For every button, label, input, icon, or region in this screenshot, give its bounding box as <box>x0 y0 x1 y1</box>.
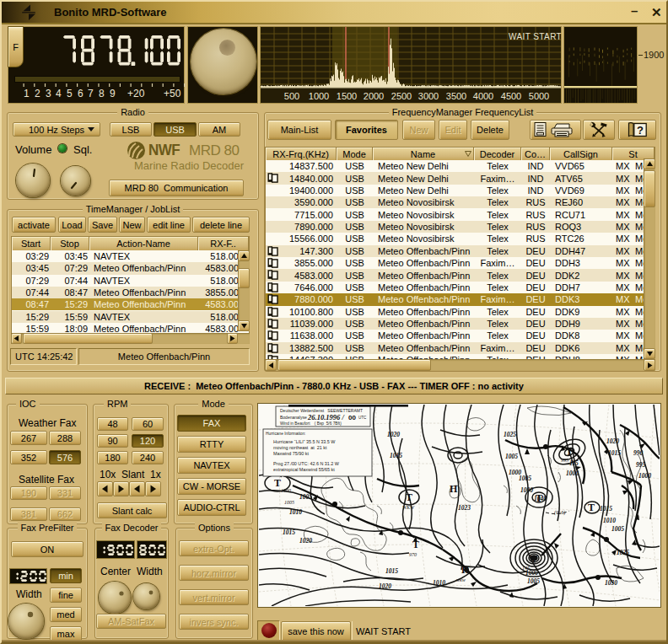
svg-text:Hurricane Information:: Hurricane Information: <box>266 432 305 436</box>
svg-text:1005: 1005 <box>519 475 531 482</box>
svg-text:1020: 1020 <box>299 537 312 545</box>
svg-text:T: T <box>536 492 542 504</box>
svg-text:1000: 1000 <box>638 472 651 480</box>
svg-text:T: T <box>531 553 537 565</box>
svg-text:995: 995 <box>636 461 646 469</box>
svg-text:1015: 1015 <box>600 505 612 513</box>
svg-text:wkw: wkw <box>456 577 466 582</box>
svg-text:00: 00 <box>348 414 356 421</box>
svg-text:1023: 1023 <box>458 504 471 512</box>
svg-text:1000: 1000 <box>281 488 291 493</box>
svg-text:1010: 1010 <box>289 508 302 516</box>
svg-text:T: T <box>588 502 595 513</box>
svg-text:970: 970 <box>409 552 417 557</box>
svg-text:UTC: UTC <box>358 416 367 420</box>
svg-text:WKW: WKW <box>402 505 415 510</box>
svg-text:1020: 1020 <box>387 431 400 438</box>
svg-text:1005: 1005 <box>527 577 540 585</box>
svg-text:1005: 1005 <box>299 493 312 501</box>
svg-text:H: H <box>450 483 458 495</box>
svg-text:(9≥6): (9≥6) <box>554 510 565 516</box>
svg-text:T: T <box>566 446 573 458</box>
svg-text:Prog 27./00 UTC: 42.6 N 31.2 W: Prog 27./00 UTC: 42.6 N 31.2 W <box>273 461 340 466</box>
svg-text:1005: 1005 <box>505 453 518 460</box>
svg-text:26.10.1996 /: 26.10.1996 / <box>307 413 345 421</box>
svg-text:1020: 1020 <box>606 437 619 445</box>
svg-text:1010: 1010 <box>433 579 445 587</box>
svg-text:1005: 1005 <box>611 525 624 533</box>
svg-text:Maxwind 75/90 kt: Maxwind 75/90 kt <box>273 451 309 456</box>
svg-text:1015: 1015 <box>385 567 398 575</box>
svg-text:115: 115 <box>569 459 579 467</box>
svg-text:Hurricane “LILI” 35.5 N 33.5 W: Hurricane “LILI” 35.5 N 33.5 W <box>273 439 336 444</box>
svg-text:H: H <box>461 564 470 576</box>
svg-text:1025: 1025 <box>617 549 629 556</box>
svg-text:1015: 1015 <box>390 452 402 459</box>
svg-text:1005: 1005 <box>284 500 294 505</box>
svg-text:1030: 1030 <box>605 579 617 587</box>
svg-text:1015: 1015 <box>608 449 621 457</box>
svg-text:1015: 1015 <box>283 529 295 536</box>
svg-text:?: ? <box>637 124 644 137</box>
svg-text:T: T <box>274 477 281 489</box>
svg-text:extratropical Maxwind 55/65 kt: extratropical Maxwind 55/65 kt <box>273 467 335 472</box>
svg-text:145: 145 <box>522 566 530 571</box>
svg-text:T: T <box>412 539 419 550</box>
svg-text:Wind in Beaufort ( Bsp 5/6: Wind in Beaufort ( Bsp 5/6 7Bft) <box>280 421 342 426</box>
svg-text:1025: 1025 <box>504 431 516 438</box>
svg-text:995: 995 <box>561 458 568 463</box>
svg-text:T: T <box>406 491 412 503</box>
svg-text:1000: 1000 <box>520 486 533 494</box>
svg-text:Bodenanalyse: Bodenanalyse <box>280 415 307 420</box>
svg-text:990: 990 <box>633 449 644 457</box>
svg-text:1020: 1020 <box>379 582 391 590</box>
svg-text:moving northeast at 21 kt: moving northeast at 21 kt <box>273 445 327 450</box>
svg-text:1010: 1010 <box>603 517 616 524</box>
svg-text:1000: 1000 <box>566 470 579 477</box>
